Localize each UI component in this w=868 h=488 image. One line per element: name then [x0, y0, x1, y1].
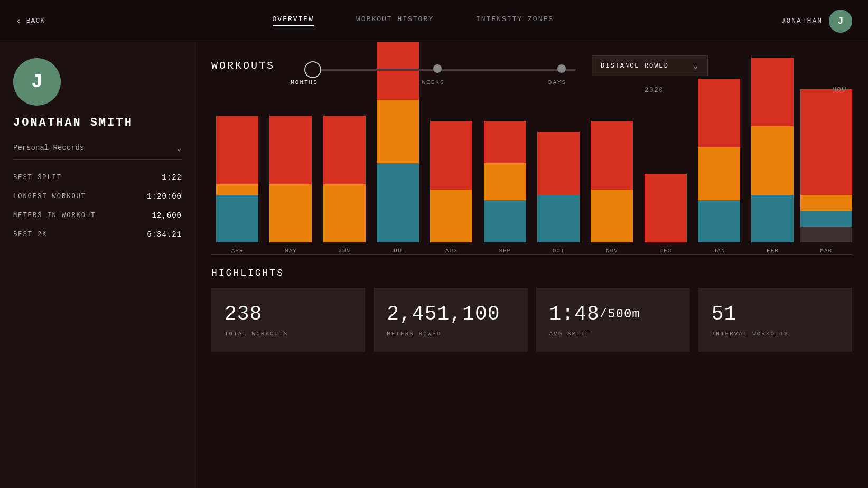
bar-label-aug: AUG — [445, 248, 458, 254]
personal-records-dropdown[interactable]: Personal Records ⌄ — [13, 143, 182, 160]
bar-group-oct: OCT — [533, 132, 584, 254]
bar-orange-jul — [377, 100, 419, 163]
distance-rowed-dropdown[interactable]: DISTANCE ROWED ⌄ — [592, 55, 708, 76]
stat-row-best-split: BEST SPLIT 1:22 — [13, 173, 182, 182]
highlight-value-avg-split: 1:48/500m — [549, 303, 677, 325]
bar-label-oct: OCT — [553, 248, 565, 254]
highlight-card-total-workouts: 238 TOTAL WORKOUTS — [211, 288, 365, 352]
bar-stack-oct — [537, 132, 580, 242]
chart-area: WORKOUTS MONTHS WEEKS DAYS DISTANCE ROW — [195, 42, 868, 488]
stat-value-longest-workout: 1:20:00 — [147, 192, 182, 201]
highlight-value-total-workouts: 238 — [225, 303, 352, 325]
back-label: BACK — [26, 17, 45, 25]
slider-months-label: MONTHS — [291, 79, 318, 86]
highlight-card-meters-rowed: 2,451,100 METERS ROWED — [374, 288, 527, 352]
header: ‹ BACK OVERVIEW WORKOUT HISTORY INTENSIT… — [0, 0, 868, 42]
tab-overview[interactable]: OVERVIEW — [273, 15, 314, 26]
bar-group-sep: SEP — [479, 121, 531, 254]
bar-group-may: MAY — [265, 116, 316, 254]
bar-gray-mar — [800, 227, 852, 242]
bar-red-may — [269, 116, 312, 184]
bar-orange-jan — [698, 147, 740, 200]
nav-tabs: OVERVIEW WORKOUT HISTORY INTENSITY ZONES — [45, 15, 781, 26]
bar-label-jan: JAN — [713, 248, 725, 254]
stat-label-meters-in-workout: METERS IN WORKOUT — [13, 212, 96, 219]
bar-label-sep: SEP — [499, 248, 511, 254]
chart-title: WORKOUTS — [211, 60, 275, 72]
bar-label-nov: NOV — [606, 248, 618, 254]
highlight-card-interval-workouts: 51 INTERVAL WORKOUTS — [698, 288, 852, 352]
bar-chart: APR MAY JUN — [211, 101, 852, 255]
tab-workout-history[interactable]: WORKOUT HISTORY — [356, 15, 434, 26]
bar-teal-apr — [216, 195, 258, 242]
bar-group-mar: MAR — [800, 89, 852, 254]
bar-orange-may — [269, 184, 312, 242]
header-username: JONATHAN — [781, 17, 823, 25]
bar-group-dec: DEC — [640, 174, 692, 254]
highlight-label-total-workouts: TOTAL WORKOUTS — [225, 331, 352, 337]
bar-stack-sep — [484, 121, 526, 242]
bar-stack-feb — [751, 58, 794, 242]
stat-value-best-2k: 6:34.21 — [147, 230, 182, 239]
stat-label-longest-workout: LONGEST WORKOUT — [13, 193, 86, 200]
tab-intensity-zones[interactable]: INTENSITY ZONES — [476, 15, 554, 26]
highlights-grid: 238 TOTAL WORKOUTS 2,451,100 METERS ROWE… — [211, 288, 852, 352]
distance-dropdown-label: DISTANCE ROWED — [601, 62, 669, 70]
bar-red-nov — [591, 121, 633, 190]
bar-orange-nov — [591, 190, 633, 242]
bar-group-jun: JUN — [319, 116, 370, 254]
bar-stack-nov — [591, 121, 633, 242]
sidebar: J JONATHAN SMITH Personal Records ⌄ BEST… — [0, 42, 195, 488]
bar-red-jun — [323, 116, 366, 184]
slider-days-dot[interactable] — [557, 64, 566, 73]
bar-stack-jul — [377, 42, 419, 242]
bar-group-jul: JUL — [372, 42, 424, 254]
bar-stack-aug — [430, 121, 472, 242]
bar-group-nov: NOV — [586, 121, 638, 254]
main-content: J JONATHAN SMITH Personal Records ⌄ BEST… — [0, 42, 868, 488]
dropdown-arrow-icon: ⌄ — [694, 61, 699, 70]
header-avatar[interactable]: J — [829, 10, 852, 33]
year-label-2020: 2020 — [645, 87, 664, 94]
bar-orange-jun — [323, 184, 366, 242]
chevron-down-icon: ⌄ — [176, 143, 182, 153]
avg-split-suffix: /500m — [600, 307, 640, 321]
bar-red-dec — [645, 174, 687, 242]
bar-red-apr — [216, 116, 258, 184]
highlight-label-avg-split: AVG SPLIT — [549, 331, 677, 337]
bar-label-mar: MAR — [820, 248, 832, 254]
highlight-label-meters-rowed: METERS ROWED — [387, 331, 514, 337]
highlights-title: HIGHLIGHTS — [211, 268, 852, 278]
bar-teal-oct — [537, 195, 580, 242]
bar-label-may: MAY — [285, 248, 297, 254]
back-button[interactable]: ‹ BACK — [16, 16, 45, 26]
bar-teal-sep — [484, 200, 526, 242]
bar-teal-jul — [377, 163, 419, 242]
highlight-label-interval-workouts: INTERVAL WORKOUTS — [712, 331, 839, 337]
highlight-value-interval-workouts: 51 — [712, 303, 839, 325]
stat-label-best-split: BEST SPLIT — [13, 174, 62, 181]
back-arrow-icon: ‹ — [16, 16, 22, 26]
sidebar-avatar: J — [13, 58, 61, 106]
year-labels: 2020 NOW — [211, 87, 852, 99]
highlights-section: HIGHLIGHTS 238 TOTAL WORKOUTS 2,451,100 … — [211, 268, 852, 352]
bar-teal-jan — [698, 200, 740, 242]
slider-months-dot[interactable] — [304, 61, 321, 78]
bar-orange-mar — [800, 195, 852, 211]
highlight-value-meters-rowed: 2,451,100 — [387, 303, 514, 325]
slider-weeks-dot[interactable] — [433, 64, 442, 73]
bar-red-aug — [430, 121, 472, 190]
bar-stack-mar — [800, 89, 852, 242]
bar-stack-may — [269, 116, 312, 242]
bar-label-apr: APR — [231, 248, 244, 254]
bar-label-jun: JUN — [338, 248, 350, 254]
bar-label-dec: DEC — [659, 248, 671, 254]
stat-row-longest-workout: LONGEST WORKOUT 1:20:00 — [13, 192, 182, 201]
bar-stack-jun — [323, 116, 366, 242]
bar-group-jan: JAN — [693, 79, 745, 254]
bar-teal-feb — [751, 195, 794, 242]
bar-orange-apr — [216, 184, 258, 195]
bar-label-feb: FEB — [767, 248, 779, 254]
slider-days-label: DAYS — [548, 79, 566, 86]
bar-teal-mar — [800, 211, 852, 227]
